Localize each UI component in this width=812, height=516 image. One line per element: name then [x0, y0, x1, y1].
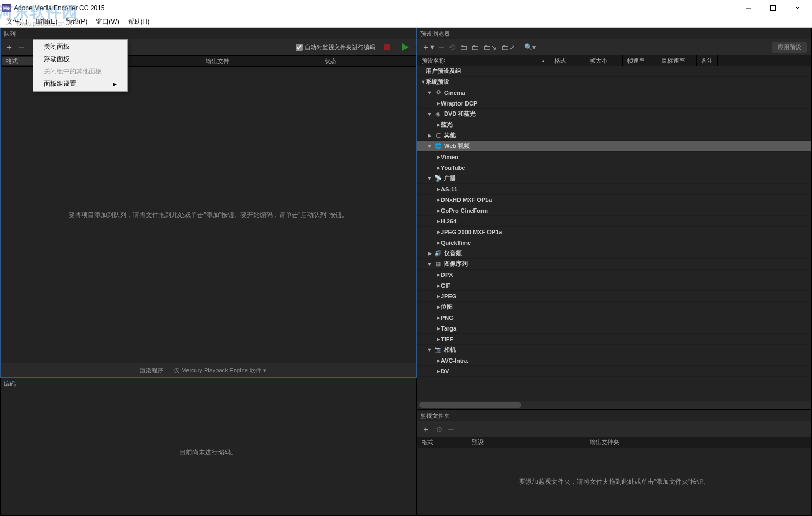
preset-col-rate[interactable]: 帧速率 [623, 55, 657, 66]
preset-col-notes[interactable]: 备注 [697, 55, 718, 66]
ctx-panel-settings[interactable]: 面板组设置▶ [33, 78, 127, 90]
tree-bitmap[interactable]: ▶位图 [417, 302, 811, 312]
tree-dv[interactable]: ▶DV [417, 366, 811, 377]
tree-dpx[interactable]: ▶DPX [417, 270, 811, 280]
audio-icon: 🔊 [434, 250, 442, 257]
encoding-panel-menu-icon[interactable]: ≡ [19, 380, 22, 387]
tree-avcintra[interactable]: ▶AVC-Intra [417, 355, 811, 366]
watch-col-format: 格式 [417, 437, 468, 448]
add-watch-folder-button[interactable]: ＋ [422, 424, 430, 435]
window-titlebar: Me Adobe Media Encoder CC 2015 [0, 0, 812, 16]
window-minimize-button[interactable] [736, 1, 761, 16]
preset-tree[interactable]: 用户预设及组 ▼系统预设 ▼✪Cinema ▶Wraptor DCP ▼◉DVD… [417, 66, 811, 401]
render-engine-label: 渲染程序: [140, 367, 165, 375]
menu-preset[interactable]: 预设(P) [62, 16, 92, 27]
preset-col-format[interactable]: 格式 [550, 55, 585, 66]
menu-file[interactable]: 文件(F) [2, 16, 32, 27]
app-icon: Me [2, 4, 11, 12]
svg-rect-1 [771, 5, 776, 10]
watch-col-preset: 预设 [468, 437, 585, 448]
new-preset-button[interactable]: ＋▾ [422, 42, 434, 53]
tree-png[interactable]: ▶PNG [417, 312, 811, 323]
tree-gif[interactable]: ▶GIF [417, 280, 811, 291]
preset-panel-menu-icon[interactable]: ≡ [453, 31, 456, 37]
add-source-button[interactable]: ＋ [5, 42, 13, 53]
ctx-float-panel[interactable]: 浮动面板 [33, 53, 127, 65]
tree-wraptor[interactable]: ▶Wraptor DCP [417, 98, 811, 109]
watch-col-output: 输出文件夹 [585, 437, 623, 448]
menubar: 文件(F) 编辑(E) 预设(P) 窗口(W) 帮助(H) [0, 16, 812, 28]
queue-drop-area[interactable]: 要将项目添加到队列，请将文件拖到此处或单击"添加"按钮。要开始编码，请单击"启动… [1, 67, 416, 363]
preset-settings-button[interactable]: 🗀 [471, 43, 479, 51]
queue-tab[interactable]: 队列 [4, 30, 16, 38]
tree-audio-only[interactable]: ▶🔊仅音频 [417, 248, 811, 259]
preset-col-size[interactable]: 帧大小 [585, 55, 623, 66]
tree-system-presets[interactable]: ▼系统预设 [417, 77, 811, 87]
tree-targa[interactable]: ▶Targa [417, 323, 811, 334]
import-preset-button[interactable]: 🗀↘ [483, 43, 497, 51]
encoding-tab[interactable]: 编码 [4, 380, 16, 388]
tree-broadcast[interactable]: ▼📡广播 [417, 173, 811, 184]
watch-settings-button[interactable]: ⚙ [435, 424, 443, 435]
preset-col-target[interactable]: 目标速率 [657, 55, 697, 66]
stop-queue-button[interactable] [384, 44, 390, 50]
broadcast-icon: 📡 [434, 175, 442, 182]
window-close-button[interactable] [785, 1, 810, 16]
tree-jpeg2000[interactable]: ▶JPEG 2000 MXF OP1a [417, 227, 811, 237]
preset-search-input[interactable]: 🔍▾ [520, 43, 536, 51]
window-title: Adobe Media Encoder CC 2015 [14, 4, 736, 12]
tree-user-presets[interactable]: 用户预设及组 [417, 66, 811, 77]
tree-dvd-bluray[interactable]: ▼◉DVD 和蓝光 [417, 109, 811, 119]
tree-as11[interactable]: ▶AS-11 [417, 184, 811, 195]
queue-empty-text: 要将项目添加到队列，请将文件拖到此处或单击"添加"按钮。要开始编码，请单击"启动… [69, 211, 348, 220]
submenu-arrow-icon: ▶ [113, 81, 117, 87]
remove-watch-folder-button[interactable]: ━ [448, 424, 454, 435]
panel-context-menu: 关闭面板 浮动面板 关闭组中的其他面板 面板组设置▶ [33, 39, 128, 92]
queue-col-output: 输出文件 [201, 57, 319, 65]
watch-folder-tab[interactable]: 监视文件夹 [420, 412, 450, 420]
tree-jpeg[interactable]: ▶JPEG [417, 291, 811, 302]
apply-preset-button[interactable]: 应用预设 [772, 42, 807, 53]
watch-drop-area[interactable]: 要添加监视文件夹，请将文件夹拖到此处或单击"添加文件夹"按钮。 [417, 448, 811, 515]
ctx-close-others: 关闭组中的其他面板 [33, 65, 127, 78]
sync-preset-button[interactable]: ⟲ [448, 42, 455, 53]
tree-tiff[interactable]: ▶TIFF [417, 334, 811, 345]
remove-source-button[interactable]: ━ [19, 42, 24, 53]
tree-gopro[interactable]: ▶GoPro CineForm [417, 205, 811, 216]
tree-h264[interactable]: ▶H.264 [417, 216, 811, 227]
preset-browser-tab[interactable]: 预设浏览器 [420, 30, 450, 38]
auto-encode-label: 自动对监视文件夹进行编码 [305, 43, 375, 51]
tree-youtube[interactable]: ▶YouTube [417, 162, 811, 173]
tree-web-video[interactable]: ▼🌐Web 视频 [417, 141, 811, 152]
render-engine-dropdown[interactable]: 仅 Mercury Playback Engine 软件 ▾ [170, 365, 277, 376]
encoding-status-area: 目前尚未进行编码。 [1, 389, 416, 515]
tree-vimeo[interactable]: ▶Vimeo [417, 152, 811, 162]
queue-panel-menu-icon[interactable]: ≡ [19, 31, 22, 37]
tree-quicktime[interactable]: ▶QuickTime [417, 237, 811, 248]
auto-encode-checkbox[interactable]: 自动对监视文件夹进行编码 [296, 43, 375, 51]
tree-camera[interactable]: ▼📷相机 [417, 345, 811, 355]
preset-col-name[interactable]: 预设名称▲ [417, 55, 550, 66]
monitor-icon: 🖵 [434, 132, 442, 139]
queue-col-status: 状态 [320, 57, 341, 65]
watch-panel-menu-icon[interactable]: ≡ [453, 413, 456, 419]
window-maximize-button[interactable] [761, 1, 785, 16]
delete-preset-button[interactable]: ━ [439, 42, 444, 53]
menu-edit[interactable]: 编辑(E) [32, 16, 62, 27]
export-preset-button[interactable]: 🗀↗ [501, 43, 515, 51]
preset-horizontal-scrollbar[interactable] [417, 401, 811, 409]
menu-help[interactable]: 帮助(H) [124, 16, 154, 27]
preset-browser-panel: 预设浏览器 ≡ ＋▾ ━ ⟲ 🗀 🗀 🗀↘ 🗀↗ 🔍▾ 应用预设 预设名称▲ 格… [417, 28, 812, 410]
new-preset-group-button[interactable]: 🗀 [460, 43, 467, 51]
watch-empty-text: 要添加监视文件夹，请将文件夹拖到此处或单击"添加文件夹"按钮。 [519, 477, 710, 487]
start-queue-button[interactable] [402, 43, 409, 51]
menu-window[interactable]: 窗口(W) [92, 16, 123, 27]
camera-icon: 📷 [434, 346, 442, 353]
tree-bluray[interactable]: ▶蓝光 [417, 119, 811, 130]
ctx-close-panel[interactable]: 关闭面板 [33, 41, 127, 53]
tree-dnxhd[interactable]: ▶DNxHD MXF OP1a [417, 195, 811, 205]
tree-cinema[interactable]: ▼✪Cinema [417, 87, 811, 98]
tree-other[interactable]: ▶🖵其他 [417, 130, 811, 141]
tree-image-seq[interactable]: ▼▦图像序列 [417, 259, 811, 270]
disc-icon: ◉ [434, 110, 442, 117]
